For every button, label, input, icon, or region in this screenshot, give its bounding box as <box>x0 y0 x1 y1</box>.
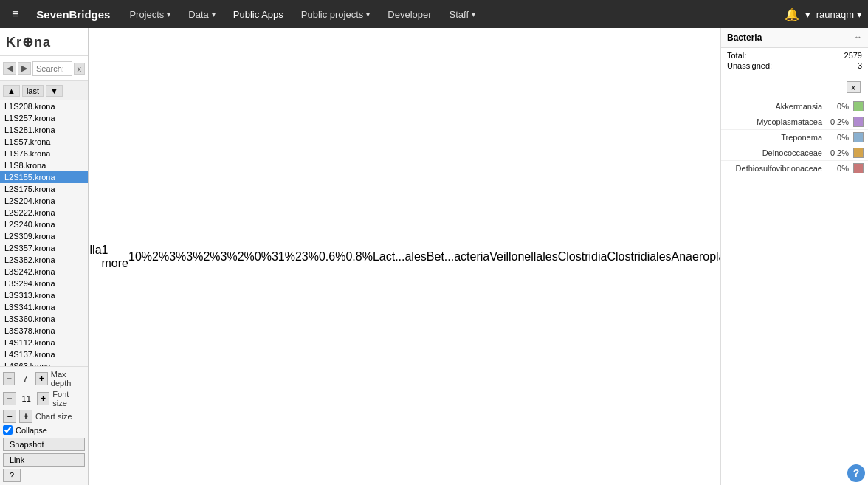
font-size-control: − 11 + Font size <box>3 390 85 407</box>
chevron-down-icon: ▾ <box>167 10 170 18</box>
search-input[interactable] <box>32 61 72 76</box>
scroll-up-button[interactable]: ▲ <box>3 85 20 97</box>
list-item[interactable]: L2S357.krona <box>0 242 88 254</box>
legend-pct: 0% <box>827 164 849 173</box>
legend-label: Deinococcaceae <box>726 148 822 157</box>
font-size-label: Font size <box>52 390 85 407</box>
legend-color-swatch <box>853 117 864 127</box>
legend-item-akkermansia: Akkermansia 0% <box>721 99 868 114</box>
list-item[interactable]: L3S378.krona <box>0 325 88 337</box>
user-caret[interactable]: ▾ <box>805 9 810 20</box>
help-button[interactable]: ? <box>3 469 21 482</box>
collapse-label: Collapse <box>16 426 47 435</box>
krona-chart-panel: L2S155.krona Bacteria Gammaproteobacteri… <box>89 28 720 485</box>
legend-color-swatch <box>853 148 864 158</box>
krona-logo: Kr⊕na <box>0 28 88 56</box>
chevron-down-icon: ▾ <box>857 9 862 20</box>
main-layout: Kr⊕na ◀ ▶ x ▲ last ▼ L1S208.krona L1S257… <box>0 28 868 485</box>
max-depth-increase[interactable]: + <box>35 372 47 385</box>
list-item[interactable]: L2S382.krona <box>0 254 88 266</box>
list-item[interactable]: L3S294.krona <box>0 278 88 289</box>
taxa-name: Bacteria <box>727 32 762 43</box>
legend-label: Mycoplasmatacea <box>726 117 822 126</box>
right-stats: Total: 2579 Unassigned: 3 <box>721 48 868 75</box>
legend-item-deinococcaceae: Deinococcaceae 0.2% <box>721 145 868 161</box>
list-item[interactable]: L3S313.krona <box>0 289 88 301</box>
clear-search-button[interactable]: x <box>74 63 86 75</box>
legend-pct: 0% <box>827 133 849 142</box>
close-legend-button[interactable]: x <box>847 81 861 93</box>
nav-public-apps[interactable]: Public Apps <box>226 0 291 28</box>
legend-color-swatch <box>853 163 864 173</box>
legend-pct: 0.2% <box>827 117 849 126</box>
list-item[interactable]: L3S242.krona <box>0 266 88 278</box>
font-size-increase[interactable]: + <box>37 392 50 405</box>
max-depth-decrease[interactable]: − <box>3 372 15 385</box>
list-item[interactable]: L4S137.krona <box>0 348 88 360</box>
last-button[interactable]: last <box>22 85 44 97</box>
chevron-down-icon: ▾ <box>472 10 475 18</box>
krona-chart[interactable]: L2S155.krona Bacteria Gammaproteobacteri… <box>89 28 720 485</box>
nav-developer[interactable]: Developer <box>380 0 438 28</box>
expand-icon[interactable]: ↔ <box>854 32 862 41</box>
user-menu[interactable]: raunaqm ▾ <box>816 9 862 20</box>
list-item[interactable]: L1S76.krona <box>0 148 88 159</box>
brand-logo: SevenBridges <box>27 8 119 21</box>
unassigned-label: Unassigned: <box>727 61 772 70</box>
list-item[interactable]: L3S341.krona <box>0 301 88 313</box>
max-depth-label: Max depth <box>51 370 85 388</box>
right-panel: Bacteria ↔ Total: 2579 Unassigned: 3 x A… <box>720 28 868 485</box>
list-item[interactable]: L1S8.krona <box>0 159 88 171</box>
legend-color-swatch <box>853 132 864 142</box>
legend-label: Akkermansia <box>726 102 822 111</box>
collapse-checkbox-row: Collapse <box>3 425 85 435</box>
list-item[interactable]: L2S309.krona <box>0 230 88 242</box>
legend-pct: 0.2% <box>827 148 849 157</box>
top-navigation: ≡ SevenBridges Projects ▾ Data ▾ Public … <box>0 0 868 28</box>
font-size-decrease[interactable]: − <box>3 392 16 405</box>
forward-button[interactable]: ▶ <box>18 62 31 75</box>
list-item[interactable]: L1S208.krona <box>0 100 88 112</box>
list-item[interactable]: L2S240.krona <box>0 219 88 230</box>
chevron-down-icon: ▾ <box>212 10 216 18</box>
file-list: L1S208.krona L1S257.krona L1S281.krona L… <box>0 100 88 366</box>
back-button[interactable]: ◀ <box>3 62 16 75</box>
list-item-selected[interactable]: L2S155.krona <box>0 171 88 183</box>
list-item[interactable]: L1S57.krona <box>0 136 88 148</box>
unassigned-value: 3 <box>858 61 862 70</box>
list-item[interactable]: L3S360.krona <box>0 313 88 325</box>
nav-staff[interactable]: Staff ▾ <box>442 0 483 28</box>
bottom-controls: − 7 + Max depth − 11 + Font size − + Cha… <box>0 366 88 485</box>
font-size-value: 11 <box>19 394 34 403</box>
legend-item-dethiosulfovibrionaceae: Dethiosulfovibrionaceae 0% <box>721 161 868 176</box>
chart-size-increase[interactable]: + <box>19 410 32 423</box>
bell-icon[interactable]: 🔔 <box>785 7 799 21</box>
max-depth-value: 7 <box>18 374 32 383</box>
list-item[interactable]: L2S222.krona <box>0 207 88 219</box>
legend-item-mycoplasmatacea: Mycoplasmatacea 0.2% <box>721 114 868 130</box>
nav-projects[interactable]: Projects ▾ <box>122 0 178 28</box>
link-button[interactable]: Link <box>3 453 85 467</box>
chart-size-control: − + Chart size <box>3 410 85 423</box>
list-item[interactable]: L2S204.krona <box>0 195 88 207</box>
right-header: Bacteria ↔ <box>721 28 868 48</box>
left-panel: Kr⊕na ◀ ▶ x ▲ last ▼ L1S208.krona L1S257… <box>0 28 89 485</box>
krona-logo-text: Kr⊕na <box>6 34 51 50</box>
total-value: 2579 <box>844 51 862 60</box>
list-item[interactable]: L4S63.krona <box>0 360 88 366</box>
list-item[interactable]: L2S175.krona <box>0 183 88 195</box>
menu-icon[interactable]: ≡ <box>6 4 24 24</box>
nav-public-projects[interactable]: Public projects ▾ <box>294 0 378 28</box>
chart-size-label: Chart size <box>35 412 72 421</box>
list-item[interactable]: L4S112.krona <box>0 337 88 348</box>
collapse-checkbox[interactable] <box>3 425 13 435</box>
snapshot-button[interactable]: Snapshot <box>3 438 85 451</box>
chart-size-decrease[interactable]: − <box>3 410 16 423</box>
nav-data[interactable]: Data ▾ <box>181 0 222 28</box>
legend-item-treponema: Treponema 0% <box>721 130 868 145</box>
legend-pct: 0% <box>827 102 849 111</box>
list-item[interactable]: L1S281.krona <box>0 124 88 136</box>
scroll-down-button[interactable]: ▼ <box>46 85 63 97</box>
help-circle-button[interactable]: ? <box>847 464 865 482</box>
list-item[interactable]: L1S257.krona <box>0 112 88 124</box>
